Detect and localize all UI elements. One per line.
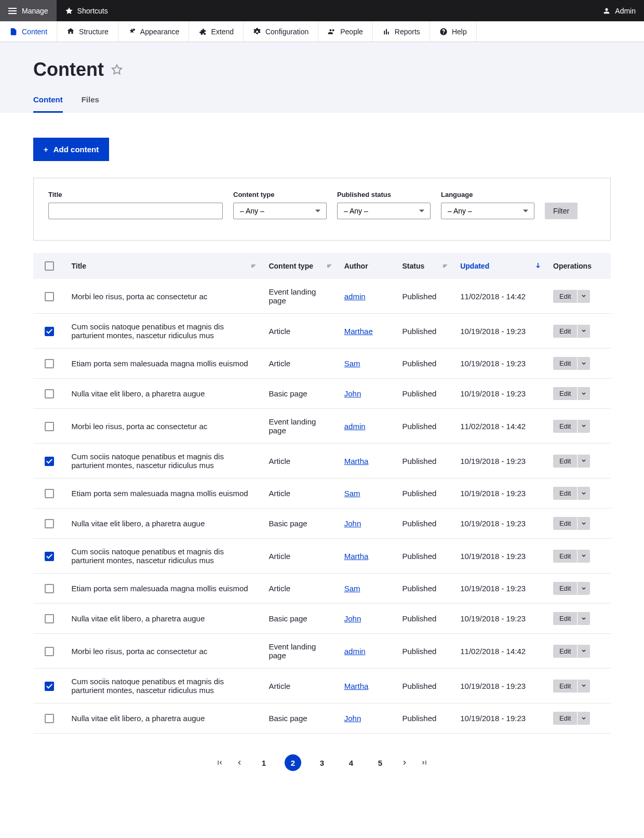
- tab-content[interactable]: Content: [33, 95, 63, 113]
- author-link[interactable]: Sam: [344, 489, 360, 498]
- edit-button[interactable]: Edit: [553, 582, 577, 595]
- cell-title: Morbi leo risus, porta ac consectetur ac: [65, 279, 262, 314]
- operations-dropdown[interactable]: [578, 487, 590, 500]
- row-checkbox[interactable]: [45, 292, 54, 301]
- row-checkbox[interactable]: [45, 389, 54, 398]
- shortcuts-menu[interactable]: Shortcuts: [57, 0, 116, 21]
- filter-type-select[interactable]: – Any –: [233, 203, 327, 219]
- th-title[interactable]: Title: [65, 253, 262, 279]
- operations-dropdown[interactable]: [578, 357, 590, 370]
- filter-published-select[interactable]: – Any –: [337, 203, 431, 219]
- page-2[interactable]: 2: [285, 754, 301, 771]
- edit-button[interactable]: Edit: [553, 550, 577, 563]
- cell-title: Nulla vitae elit libero, a pharetra augu…: [65, 604, 262, 634]
- add-content-button[interactable]: + Add content: [33, 138, 109, 161]
- author-link[interactable]: Martha: [344, 552, 369, 561]
- page-first[interactable]: [216, 759, 223, 766]
- edit-button[interactable]: Edit: [553, 645, 577, 658]
- operations-dropdown[interactable]: [578, 325, 590, 338]
- filter-title-input[interactable]: [48, 203, 223, 219]
- edit-button[interactable]: Edit: [553, 387, 577, 400]
- page-5[interactable]: 5: [372, 754, 388, 771]
- row-checkbox[interactable]: [45, 714, 54, 723]
- tab-files[interactable]: Files: [82, 95, 99, 113]
- adminmenu-item-reports[interactable]: Reports: [373, 21, 430, 42]
- author-link[interactable]: John: [344, 389, 361, 398]
- operations-dropdown[interactable]: [578, 420, 590, 433]
- adminmenu-item-extend[interactable]: Extend: [189, 21, 244, 42]
- author-link[interactable]: admin: [344, 422, 366, 431]
- author-link[interactable]: Martha: [344, 457, 369, 465]
- edit-button[interactable]: Edit: [553, 487, 577, 500]
- operations-dropdown[interactable]: [578, 387, 590, 400]
- edit-button[interactable]: Edit: [553, 612, 577, 625]
- edit-button[interactable]: Edit: [553, 325, 577, 338]
- cell-type: Event landing page: [262, 634, 338, 669]
- author-link[interactable]: Martha: [344, 682, 369, 690]
- th-updated[interactable]: Updated: [454, 253, 547, 279]
- page-prev[interactable]: [236, 759, 243, 766]
- cell-type: Article: [262, 574, 338, 604]
- th-status[interactable]: Status: [396, 253, 454, 279]
- edit-button[interactable]: Edit: [553, 517, 577, 530]
- edit-button[interactable]: Edit: [553, 455, 577, 468]
- adminmenu-item-people[interactable]: People: [318, 21, 373, 42]
- author-link[interactable]: Marthae: [344, 327, 373, 336]
- page-1[interactable]: 1: [256, 754, 272, 771]
- select-all-checkbox[interactable]: [45, 261, 54, 271]
- edit-button[interactable]: Edit: [553, 712, 577, 725]
- adminmenu-item-appearance[interactable]: Appearance: [118, 21, 190, 42]
- row-checkbox[interactable]: [45, 359, 54, 368]
- operations-dropdown[interactable]: [578, 680, 590, 693]
- page-4[interactable]: 4: [343, 754, 359, 771]
- author-link[interactable]: Sam: [344, 359, 360, 368]
- manage-menu[interactable]: Manage: [0, 0, 57, 21]
- adminmenu-item-structure[interactable]: Structure: [57, 21, 118, 42]
- operations-group: Edit: [553, 290, 590, 303]
- operations-dropdown[interactable]: [578, 712, 590, 725]
- edit-button[interactable]: Edit: [553, 357, 577, 370]
- operations-group: Edit: [553, 680, 590, 693]
- adminmenu-item-help[interactable]: Help: [430, 21, 477, 42]
- author-link[interactable]: John: [344, 614, 361, 623]
- page-3[interactable]: 3: [314, 754, 330, 771]
- row-checkbox[interactable]: [45, 489, 54, 498]
- th-content-type[interactable]: Content type: [262, 253, 338, 279]
- author-link[interactable]: admin: [344, 647, 366, 656]
- page-next[interactable]: [401, 759, 408, 766]
- filter-box: Title Content type – Any – Published sta…: [33, 178, 611, 241]
- author-link[interactable]: admin: [344, 292, 366, 301]
- operations-dropdown[interactable]: [578, 645, 590, 658]
- admin-user-menu[interactable]: Admin: [602, 7, 636, 15]
- row-checkbox[interactable]: [45, 552, 54, 561]
- operations-dropdown[interactable]: [578, 582, 590, 595]
- edit-button[interactable]: Edit: [553, 680, 577, 693]
- row-checkbox[interactable]: [45, 519, 54, 528]
- author-link[interactable]: Sam: [344, 584, 360, 593]
- row-checkbox[interactable]: [45, 614, 54, 623]
- edit-button[interactable]: Edit: [553, 420, 577, 433]
- author-link[interactable]: John: [344, 519, 361, 528]
- adminmenu-item-configuration[interactable]: Configuration: [244, 21, 318, 42]
- row-checkbox[interactable]: [45, 457, 54, 466]
- adminmenu-item-content[interactable]: Content: [0, 21, 57, 42]
- star-outline-icon[interactable]: [111, 64, 123, 75]
- edit-button[interactable]: Edit: [553, 290, 577, 303]
- row-checkbox[interactable]: [45, 647, 54, 656]
- cell-status: Published: [396, 314, 454, 349]
- row-checkbox[interactable]: [45, 584, 54, 593]
- operations-group: Edit: [553, 455, 590, 468]
- cell-updated: 11/02/2018 - 14:42: [454, 634, 547, 669]
- row-checkbox[interactable]: [45, 422, 54, 431]
- operations-dropdown[interactable]: [578, 455, 590, 468]
- operations-dropdown[interactable]: [578, 517, 590, 530]
- author-link[interactable]: John: [344, 714, 361, 723]
- filter-button[interactable]: Filter: [545, 203, 578, 219]
- row-checkbox[interactable]: [45, 327, 54, 336]
- operations-dropdown[interactable]: [578, 290, 590, 303]
- page-last[interactable]: [421, 759, 428, 766]
- row-checkbox[interactable]: [45, 682, 54, 691]
- operations-dropdown[interactable]: [578, 612, 590, 625]
- filter-language-select[interactable]: – Any –: [441, 203, 534, 219]
- operations-dropdown[interactable]: [578, 550, 590, 563]
